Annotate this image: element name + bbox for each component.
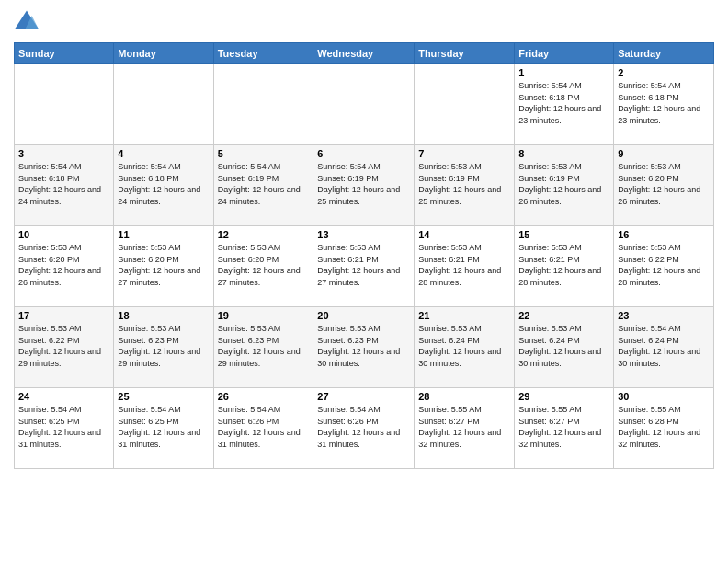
day-number: 24 xyxy=(18,391,109,402)
day-info: Sunrise: 5:53 AM Sunset: 6:23 PM Dayligh… xyxy=(118,323,209,369)
logo-icon xyxy=(14,9,40,35)
calendar-cell: 2Sunrise: 5:54 AM Sunset: 6:18 PM Daylig… xyxy=(614,64,714,145)
day-info: Sunrise: 5:53 AM Sunset: 6:21 PM Dayligh… xyxy=(317,242,410,288)
day-info: Sunrise: 5:53 AM Sunset: 6:20 PM Dayligh… xyxy=(618,161,710,207)
calendar-cell: 20Sunrise: 5:53 AM Sunset: 6:23 PM Dayli… xyxy=(313,307,415,388)
day-info: Sunrise: 5:53 AM Sunset: 6:24 PM Dayligh… xyxy=(418,323,510,369)
day-number: 19 xyxy=(218,310,310,321)
day-number: 20 xyxy=(317,310,410,321)
calendar-cell: 23Sunrise: 5:54 AM Sunset: 6:24 PM Dayli… xyxy=(614,307,714,388)
day-number: 4 xyxy=(118,148,209,159)
calendar-cell xyxy=(415,64,515,145)
day-number: 10 xyxy=(18,229,109,240)
calendar-cell xyxy=(15,64,114,145)
day-info: Sunrise: 5:54 AM Sunset: 6:25 PM Dayligh… xyxy=(18,404,109,450)
calendar-cell xyxy=(114,64,213,145)
calendar-cell: 21Sunrise: 5:53 AM Sunset: 6:24 PM Dayli… xyxy=(415,307,515,388)
day-number: 12 xyxy=(218,229,310,240)
calendar-cell: 27Sunrise: 5:54 AM Sunset: 6:26 PM Dayli… xyxy=(313,388,415,469)
day-number: 15 xyxy=(518,229,609,240)
day-number: 7 xyxy=(418,148,510,159)
day-info: Sunrise: 5:53 AM Sunset: 6:19 PM Dayligh… xyxy=(518,161,609,207)
calendar-cell: 12Sunrise: 5:53 AM Sunset: 6:20 PM Dayli… xyxy=(213,226,313,307)
calendar-cell: 8Sunrise: 5:53 AM Sunset: 6:19 PM Daylig… xyxy=(515,145,614,226)
day-info: Sunrise: 5:53 AM Sunset: 6:24 PM Dayligh… xyxy=(518,323,609,369)
day-number: 29 xyxy=(518,391,609,402)
day-of-week-header: Thursday xyxy=(415,43,515,64)
day-info: Sunrise: 5:53 AM Sunset: 6:20 PM Dayligh… xyxy=(118,242,209,288)
calendar-cell: 4Sunrise: 5:54 AM Sunset: 6:18 PM Daylig… xyxy=(114,145,213,226)
day-info: Sunrise: 5:53 AM Sunset: 6:23 PM Dayligh… xyxy=(317,323,410,369)
day-number: 27 xyxy=(317,391,410,402)
day-number: 8 xyxy=(518,148,609,159)
day-number: 17 xyxy=(18,310,109,321)
day-number: 3 xyxy=(18,148,109,159)
day-info: Sunrise: 5:55 AM Sunset: 6:28 PM Dayligh… xyxy=(618,404,710,450)
week-row: 24Sunrise: 5:54 AM Sunset: 6:25 PM Dayli… xyxy=(15,388,714,469)
day-info: Sunrise: 5:55 AM Sunset: 6:27 PM Dayligh… xyxy=(518,404,609,450)
day-number: 22 xyxy=(518,310,609,321)
day-number: 11 xyxy=(118,229,209,240)
day-info: Sunrise: 5:55 AM Sunset: 6:27 PM Dayligh… xyxy=(418,404,510,450)
calendar-cell: 24Sunrise: 5:54 AM Sunset: 6:25 PM Dayli… xyxy=(15,388,114,469)
day-number: 9 xyxy=(618,148,710,159)
calendar-cell: 26Sunrise: 5:54 AM Sunset: 6:26 PM Dayli… xyxy=(213,388,313,469)
calendar-cell: 14Sunrise: 5:53 AM Sunset: 6:21 PM Dayli… xyxy=(415,226,515,307)
day-number: 2 xyxy=(618,67,710,78)
day-number: 26 xyxy=(218,391,310,402)
day-info: Sunrise: 5:54 AM Sunset: 6:24 PM Dayligh… xyxy=(618,323,710,369)
calendar-cell: 10Sunrise: 5:53 AM Sunset: 6:20 PM Dayli… xyxy=(15,226,114,307)
day-info: Sunrise: 5:53 AM Sunset: 6:23 PM Dayligh… xyxy=(218,323,310,369)
day-number: 13 xyxy=(317,229,410,240)
calendar-cell: 7Sunrise: 5:53 AM Sunset: 6:19 PM Daylig… xyxy=(415,145,515,226)
day-of-week-header: Friday xyxy=(515,43,614,64)
page: SundayMondayTuesdayWednesdayThursdayFrid… xyxy=(0,0,728,563)
day-number: 21 xyxy=(418,310,510,321)
calendar-cell: 6Sunrise: 5:54 AM Sunset: 6:19 PM Daylig… xyxy=(313,145,415,226)
week-row: 1Sunrise: 5:54 AM Sunset: 6:18 PM Daylig… xyxy=(15,64,714,145)
day-info: Sunrise: 5:54 AM Sunset: 6:19 PM Dayligh… xyxy=(218,161,310,207)
day-number: 28 xyxy=(418,391,510,402)
day-info: Sunrise: 5:53 AM Sunset: 6:20 PM Dayligh… xyxy=(218,242,310,288)
day-info: Sunrise: 5:54 AM Sunset: 6:18 PM Dayligh… xyxy=(118,161,209,207)
calendar-cell: 19Sunrise: 5:53 AM Sunset: 6:23 PM Dayli… xyxy=(213,307,313,388)
calendar-cell: 15Sunrise: 5:53 AM Sunset: 6:21 PM Dayli… xyxy=(515,226,614,307)
calendar-cell: 5Sunrise: 5:54 AM Sunset: 6:19 PM Daylig… xyxy=(213,145,313,226)
calendar-cell: 17Sunrise: 5:53 AM Sunset: 6:22 PM Dayli… xyxy=(15,307,114,388)
calendar-cell xyxy=(313,64,415,145)
day-number: 5 xyxy=(218,148,310,159)
day-number: 16 xyxy=(618,229,710,240)
calendar: SundayMondayTuesdayWednesdayThursdayFrid… xyxy=(14,42,714,469)
day-info: Sunrise: 5:54 AM Sunset: 6:19 PM Dayligh… xyxy=(317,161,410,207)
day-number: 25 xyxy=(118,391,209,402)
calendar-cell: 28Sunrise: 5:55 AM Sunset: 6:27 PM Dayli… xyxy=(415,388,515,469)
day-of-week-header: Wednesday xyxy=(313,43,415,64)
calendar-cell: 30Sunrise: 5:55 AM Sunset: 6:28 PM Dayli… xyxy=(614,388,714,469)
calendar-cell: 1Sunrise: 5:54 AM Sunset: 6:18 PM Daylig… xyxy=(515,64,614,145)
day-info: Sunrise: 5:53 AM Sunset: 6:21 PM Dayligh… xyxy=(518,242,609,288)
header xyxy=(14,9,714,35)
week-row: 3Sunrise: 5:54 AM Sunset: 6:18 PM Daylig… xyxy=(15,145,714,226)
calendar-cell: 3Sunrise: 5:54 AM Sunset: 6:18 PM Daylig… xyxy=(15,145,114,226)
day-info: Sunrise: 5:54 AM Sunset: 6:18 PM Dayligh… xyxy=(618,80,710,126)
calendar-cell: 9Sunrise: 5:53 AM Sunset: 6:20 PM Daylig… xyxy=(614,145,714,226)
day-number: 14 xyxy=(418,229,510,240)
day-info: Sunrise: 5:53 AM Sunset: 6:21 PM Dayligh… xyxy=(418,242,510,288)
calendar-cell: 18Sunrise: 5:53 AM Sunset: 6:23 PM Dayli… xyxy=(114,307,213,388)
day-info: Sunrise: 5:54 AM Sunset: 6:25 PM Dayligh… xyxy=(118,404,209,450)
week-row: 10Sunrise: 5:53 AM Sunset: 6:20 PM Dayli… xyxy=(15,226,714,307)
day-number: 30 xyxy=(618,391,710,402)
day-info: Sunrise: 5:53 AM Sunset: 6:22 PM Dayligh… xyxy=(18,323,109,369)
day-of-week-header: Monday xyxy=(114,43,213,64)
day-number: 6 xyxy=(317,148,410,159)
day-number: 18 xyxy=(118,310,209,321)
calendar-cell: 25Sunrise: 5:54 AM Sunset: 6:25 PM Dayli… xyxy=(114,388,213,469)
calendar-cell: 11Sunrise: 5:53 AM Sunset: 6:20 PM Dayli… xyxy=(114,226,213,307)
day-info: Sunrise: 5:54 AM Sunset: 6:18 PM Dayligh… xyxy=(518,80,609,126)
logo xyxy=(14,9,43,35)
day-number: 23 xyxy=(618,310,710,321)
day-info: Sunrise: 5:54 AM Sunset: 6:26 PM Dayligh… xyxy=(317,404,410,450)
calendar-cell: 13Sunrise: 5:53 AM Sunset: 6:21 PM Dayli… xyxy=(313,226,415,307)
day-info: Sunrise: 5:53 AM Sunset: 6:19 PM Dayligh… xyxy=(418,161,510,207)
day-number: 1 xyxy=(518,67,609,78)
